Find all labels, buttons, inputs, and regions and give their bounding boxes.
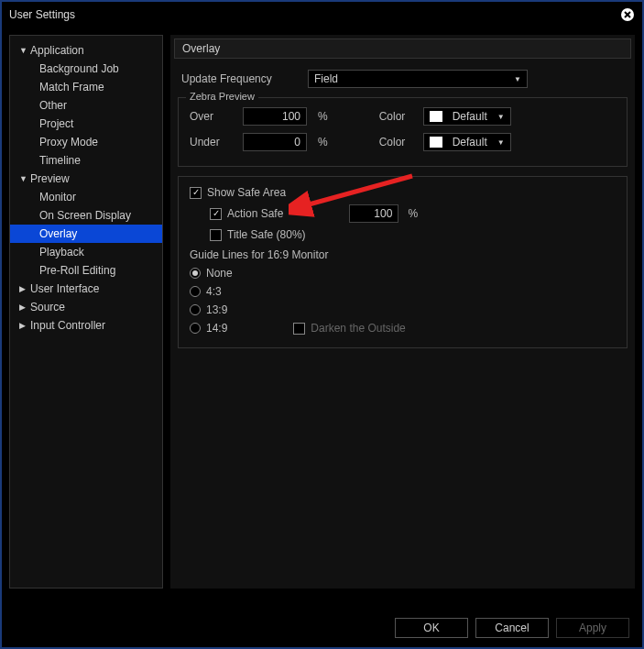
show-safe-area-label: Show Safe Area xyxy=(207,186,286,199)
tree-item-input-controller[interactable]: ▶Input Controller xyxy=(10,316,162,335)
guideline-option: 4:3 xyxy=(190,285,616,298)
over-label: Over xyxy=(190,110,235,123)
chevron-down-icon: ▼ xyxy=(497,138,505,147)
chevron-right-icon: ▶ xyxy=(19,284,27,293)
guideline-label: 14:9 xyxy=(206,322,227,335)
tree-item-label: Playback xyxy=(39,246,84,258)
chevron-down-icon: ▼ xyxy=(497,113,505,121)
over-color-select[interactable]: Default ▼ xyxy=(423,107,511,126)
tree-item-label: Background Job xyxy=(39,62,119,75)
guideline-radio-4-3[interactable] xyxy=(190,286,201,297)
tree-item-on-screen-display[interactable]: On Screen Display xyxy=(10,206,162,225)
tree-item-label: Source xyxy=(30,301,65,314)
tree-item-project[interactable]: Project xyxy=(10,115,162,133)
over-pct: % xyxy=(318,110,328,123)
tree-item-application[interactable]: ▼Application xyxy=(10,41,162,60)
action-safe-pct: % xyxy=(408,207,418,220)
tree-item-background-job[interactable]: Background Job xyxy=(10,60,162,78)
safe-area-fieldset: Show Safe Area Action Safe % Title Safe … xyxy=(178,176,628,348)
chevron-down-icon: ▼ xyxy=(19,174,27,183)
tree-item-label: Preview xyxy=(30,172,70,185)
panel-title: Overlay xyxy=(174,38,631,59)
action-safe-checkbox[interactable] xyxy=(210,208,222,220)
tree-item-source[interactable]: ▶Source xyxy=(10,298,162,316)
tree-item-timeline[interactable]: Timeline xyxy=(10,151,162,170)
tree-item-label: Application xyxy=(30,44,84,57)
tree-item-preview[interactable]: ▼Preview xyxy=(10,170,162,188)
cancel-label: Cancel xyxy=(495,622,529,634)
window-title: User Settings xyxy=(9,8,75,21)
title-safe-checkbox[interactable] xyxy=(210,229,222,241)
action-safe-label: Action Safe xyxy=(227,207,283,220)
titlebar: User Settings xyxy=(2,2,642,28)
update-frequency-select[interactable]: Field ▼ xyxy=(308,70,528,88)
chevron-right-icon: ▶ xyxy=(19,321,27,330)
over-color-value: Default xyxy=(453,110,487,123)
under-input[interactable] xyxy=(243,133,307,151)
title-safe-label: Title Safe (80%) xyxy=(227,228,306,241)
under-pct: % xyxy=(318,136,328,148)
settings-window: User Settings ▼ApplicationBackground Job… xyxy=(0,0,644,649)
tree-item-label: User Interface xyxy=(30,282,99,295)
tree-item-pre-roll-editing[interactable]: Pre-Roll Editing xyxy=(10,261,162,280)
apply-label: Apply xyxy=(579,622,606,634)
tree-item-label: Overlay xyxy=(39,227,77,240)
tree-item-playback[interactable]: Playback xyxy=(10,243,162,261)
over-color-label: Color xyxy=(379,110,416,123)
tree-item-label: Other xyxy=(39,99,67,112)
update-frequency-value: Field xyxy=(314,72,338,85)
guideline-label: 4:3 xyxy=(206,285,222,298)
chevron-down-icon: ▼ xyxy=(19,46,27,55)
darken-outside-label: Darken the Outside xyxy=(311,322,405,335)
tree-item-proxy-mode[interactable]: Proxy Mode xyxy=(10,133,162,151)
tree-item-overlay[interactable]: Overlay xyxy=(10,225,162,243)
guideline-option: 14:9Darken the Outside xyxy=(190,322,616,335)
guideline-option: 13:9 xyxy=(190,303,616,316)
show-safe-area-checkbox[interactable] xyxy=(190,187,202,199)
ok-label: OK xyxy=(423,622,439,634)
tree-item-label: On Screen Display xyxy=(39,209,131,222)
tree-item-label: Monitor xyxy=(39,191,76,204)
action-safe-input[interactable] xyxy=(349,204,398,223)
update-frequency-row: Update Frequency Field ▼ xyxy=(181,70,624,88)
close-icon[interactable] xyxy=(620,7,635,22)
tree-item-label: Project xyxy=(39,117,73,130)
cancel-button[interactable]: Cancel xyxy=(475,618,549,638)
ok-button[interactable]: OK xyxy=(395,618,468,638)
tree-item-label: Pre-Roll Editing xyxy=(39,264,115,277)
guideline-radio-14-9[interactable] xyxy=(190,323,201,334)
guideline-label: 13:9 xyxy=(206,303,227,316)
settings-tree: ▼ApplicationBackground JobMatch FrameOth… xyxy=(9,35,163,588)
content-panel: Overlay Update Frequency Field ▼ Zebra P… xyxy=(170,35,635,588)
tree-item-label: Timeline xyxy=(39,154,81,167)
zebra-legend: Zebra Preview xyxy=(186,91,258,102)
guideline-label: None xyxy=(206,267,233,280)
guidelines-heading: Guide Lines for 16:9 Monitor xyxy=(190,248,616,261)
tree-item-user-interface[interactable]: ▶User Interface xyxy=(10,280,162,298)
under-color-label: Color xyxy=(379,136,416,148)
tree-item-match-frame[interactable]: Match Frame xyxy=(10,78,162,96)
guideline-radio-13-9[interactable] xyxy=(190,304,201,315)
tree-item-other[interactable]: Other xyxy=(10,96,162,115)
under-color-select[interactable]: Default ▼ xyxy=(423,133,511,151)
color-swatch-icon xyxy=(430,137,442,148)
chevron-right-icon: ▶ xyxy=(19,302,27,312)
over-input[interactable] xyxy=(243,107,307,126)
tree-item-label: Proxy Mode xyxy=(39,136,98,148)
under-label: Under xyxy=(190,136,235,148)
update-frequency-label: Update Frequency xyxy=(181,72,300,85)
under-color-value: Default xyxy=(453,136,487,148)
tree-item-label: Input Controller xyxy=(30,319,105,332)
darken-outside-checkbox[interactable] xyxy=(293,323,305,335)
tree-item-label: Match Frame xyxy=(39,81,104,94)
zebra-fieldset: Zebra Preview Over % Color Default ▼ Und… xyxy=(178,97,628,167)
tree-item-monitor[interactable]: Monitor xyxy=(10,188,162,206)
apply-button[interactable]: Apply xyxy=(556,618,629,638)
dialog-footer: OK Cancel Apply xyxy=(395,618,629,638)
guideline-option: None xyxy=(190,267,616,280)
color-swatch-icon xyxy=(430,111,442,122)
chevron-down-icon: ▼ xyxy=(514,75,521,83)
guideline-radio-None[interactable] xyxy=(190,268,201,279)
dialog-body: ▼ApplicationBackground JobMatch FrameOth… xyxy=(2,28,642,596)
